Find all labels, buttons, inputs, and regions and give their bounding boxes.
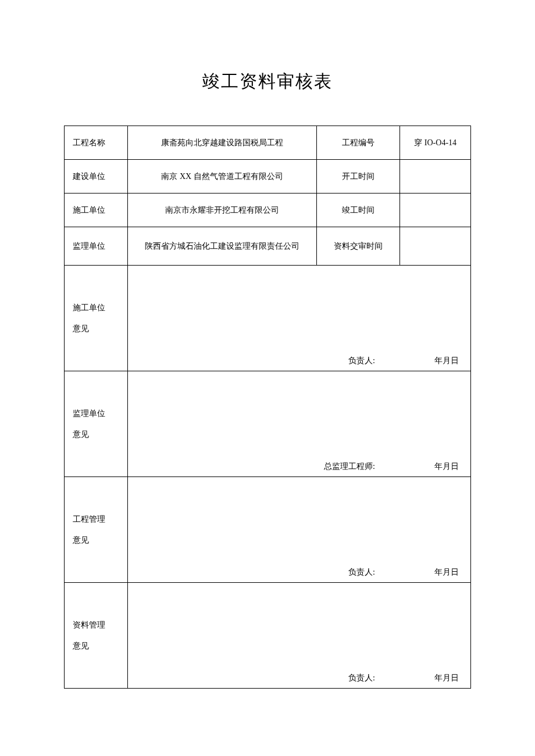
start-time-value [400,160,471,194]
signer-label: 负责人: [348,356,375,366]
opinion-label-line2: 意见 [73,530,122,551]
table-row: 资料管理 意见 负责人: 年月日 [65,583,471,689]
opinion-label-line2: 意见 [73,636,122,657]
contractor-opinion-label: 施工单位 意见 [65,266,128,371]
opinion-label-line1: 施工单位 [73,298,122,318]
date-label: 年月日 [434,673,459,683]
project-name-label: 工程名称 [65,126,128,160]
review-time-label: 资料交审时间 [316,227,400,266]
project-number-value: 穿 IO-O4-14 [400,126,471,160]
project-mgmt-opinion-content: 负责人: 年月日 [128,477,471,583]
doc-mgmt-opinion-content: 负责人: 年月日 [128,583,471,689]
opinion-label-line1: 资料管理 [73,615,122,636]
document-title: 竣工资料审核表 [64,70,471,94]
table-row: 施工单位 意见 负责人: 年月日 [65,266,471,371]
date-label: 年月日 [434,461,459,472]
opinion-label-line1: 监理单位 [73,403,122,424]
start-time-label: 开工时间 [316,160,400,194]
signer-label: 负责人: [348,567,375,578]
date-label: 年月日 [434,356,459,366]
date-label: 年月日 [434,567,459,578]
table-row: 工程名称 康斋苑向北穿越建设路国税局工程 工程编号 穿 IO-O4-14 [65,126,471,160]
opinion-label-line2: 意见 [73,424,122,445]
table-row: 监理单位 陕西省方城石油化工建设监理有限责任公司 资料交审时间 [65,227,471,266]
table-row: 监理单位 意见 总监理工程师: 年月日 [65,371,471,477]
opinion-label-line2: 意见 [73,318,122,339]
supervisor-value: 陕西省方城石油化工建设监理有限责任公司 [128,227,316,266]
table-row: 施工单位 南京市永耀非开挖工程有限公司 竣工时间 [65,194,471,227]
supervisor-opinion-content: 总监理工程师: 年月日 [128,371,471,477]
project-name-value: 康斋苑向北穿越建设路国税局工程 [128,126,316,160]
table-row: 建设单位 南京 XX 自然气管道工程有限公司 开工时间 [65,160,471,194]
supervisor-label: 监理单位 [65,227,128,266]
review-table: 工程名称 康斋苑向北穿越建设路国税局工程 工程编号 穿 IO-O4-14 建设单… [64,126,471,689]
completion-time-value [400,194,471,227]
contractor-opinion-content: 负责人: 年月日 [128,266,471,371]
supervisor-opinion-label: 监理单位 意见 [65,371,128,477]
contractor-value: 南京市永耀非开挖工程有限公司 [128,194,316,227]
signer-label: 总监理工程师: [324,461,375,472]
construction-owner-value: 南京 XX 自然气管道工程有限公司 [128,160,316,194]
doc-mgmt-opinion-label: 资料管理 意见 [65,583,128,689]
opinion-label-line1: 工程管理 [73,509,122,530]
contractor-label: 施工单位 [65,194,128,227]
completion-time-label: 竣工时间 [316,194,400,227]
project-mgmt-opinion-label: 工程管理 意见 [65,477,128,583]
table-row: 工程管理 意见 负责人: 年月日 [65,477,471,583]
review-time-value [400,227,471,266]
construction-owner-label: 建设单位 [65,160,128,194]
signer-label: 负责人: [348,673,375,683]
project-number-label: 工程编号 [316,126,400,160]
